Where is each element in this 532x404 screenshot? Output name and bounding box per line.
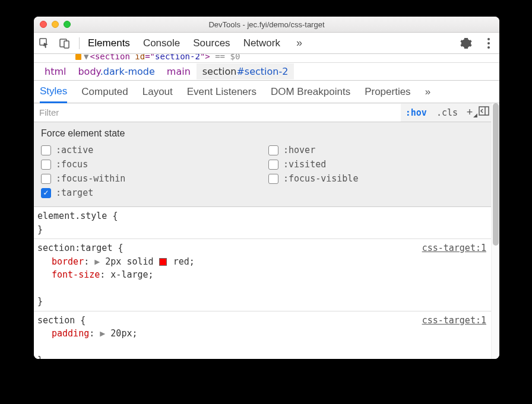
checkbox-icon xyxy=(268,160,278,170)
breadcrumb-html[interactable]: html xyxy=(39,63,72,79)
minimize-window-button[interactable] xyxy=(52,21,59,28)
rule-source-link[interactable]: css-target:1 xyxy=(422,241,486,255)
main-toolbar: Elements Console Sources Network » xyxy=(34,33,499,54)
close-window-button[interactable] xyxy=(40,21,47,28)
more-subtabs-icon[interactable]: » xyxy=(425,86,430,98)
styles-filter-input[interactable] xyxy=(34,104,401,122)
vertical-scrollbar[interactable] xyxy=(491,103,499,359)
style-rule[interactable]: css-target:1section {padding: ▶ 20px;} xyxy=(34,311,491,360)
subtab-properties[interactable]: Properties xyxy=(365,82,410,102)
css-value[interactable]: 2px solid xyxy=(105,256,159,267)
checkbox-label: :active xyxy=(56,145,93,155)
subtab-layout[interactable]: Layout xyxy=(142,82,173,102)
svg-point-4 xyxy=(487,42,490,44)
style-rule[interactable]: css-target:1section:target {border: ▶ 2p… xyxy=(34,239,491,311)
checkbox-icon xyxy=(268,174,278,184)
rule-selector[interactable]: section xyxy=(37,315,75,326)
kebab-menu-icon[interactable] xyxy=(483,37,495,49)
svg-rect-2 xyxy=(64,41,69,48)
subtab-event-listeners[interactable]: Event Listeners xyxy=(187,82,256,102)
force-state-focus-within[interactable]: :focus-within xyxy=(41,173,256,184)
force-element-state-panel: Force element state :active:hover:focus:… xyxy=(34,122,491,207)
force-state-active[interactable]: :active xyxy=(41,145,256,155)
breadcrumb: html body.dark-mode main section#section… xyxy=(34,63,499,81)
css-value[interactable]: x-large xyxy=(110,269,148,280)
force-state-hover[interactable]: :hover xyxy=(268,145,484,155)
force-state-visited[interactable]: :visited xyxy=(268,159,484,170)
checkbox-icon xyxy=(268,145,278,155)
more-tabs-icon[interactable]: » xyxy=(293,37,305,49)
window-controls xyxy=(40,21,71,28)
force-state-title: Force element state xyxy=(41,128,484,139)
inspect-element-icon[interactable] xyxy=(39,37,50,49)
subtab-computed[interactable]: Computed xyxy=(81,82,128,102)
checkbox-label: :focus xyxy=(56,159,88,170)
css-property[interactable]: border xyxy=(52,256,84,267)
style-rule[interactable]: element.style {} xyxy=(34,207,491,239)
subtab-dom-breakpoints[interactable]: DOM Breakpoints xyxy=(271,82,350,102)
css-value[interactable]: red xyxy=(173,256,189,267)
maximize-window-button[interactable] xyxy=(64,21,71,28)
rule-source-link[interactable]: css-target:1 xyxy=(422,314,486,327)
tab-network[interactable]: Network xyxy=(243,37,280,49)
computed-sidebar-toggle-icon[interactable] xyxy=(477,106,491,119)
styles-panel: :hov .cls +◢ Force element state :active… xyxy=(34,103,491,359)
tab-console[interactable]: Console xyxy=(143,37,180,49)
checkbox-icon xyxy=(41,174,51,184)
rule-selector[interactable]: section:target xyxy=(37,243,112,253)
checkbox-icon xyxy=(41,160,51,170)
svg-point-5 xyxy=(487,46,490,49)
new-style-rule-icon[interactable]: +◢ xyxy=(463,106,477,119)
checkbox-label: :hover xyxy=(283,145,315,155)
rule-selector[interactable]: element.style xyxy=(37,211,107,221)
toggle-cls-button[interactable]: .cls xyxy=(432,107,463,118)
window-titlebar: DevTools - jec.fyi/demo/css-target xyxy=(34,17,499,33)
force-state-target[interactable]: :target xyxy=(41,187,256,198)
tab-elements[interactable]: Elements xyxy=(88,37,130,49)
style-declaration[interactable]: padding: ▶ 20px; xyxy=(37,327,486,341)
main-tabs: Elements Console Sources Network » xyxy=(88,37,452,49)
devtools-window: DevTools - jec.fyi/demo/css-target Eleme… xyxy=(34,17,499,359)
subtab-styles[interactable]: Styles xyxy=(40,81,67,103)
breadcrumb-main[interactable]: main xyxy=(161,63,197,79)
svg-point-3 xyxy=(487,38,490,40)
window-title: DevTools - jec.fyi/demo/css-target xyxy=(34,20,499,29)
style-declaration[interactable]: font-size: x-large; xyxy=(37,268,486,282)
scrollbar-thumb[interactable] xyxy=(493,103,499,246)
checkbox-label: :focus-within xyxy=(56,173,125,184)
expand-shorthand-icon[interactable]: ▶ xyxy=(94,256,100,267)
expand-shorthand-icon[interactable]: ▶ xyxy=(100,328,105,339)
dom-tree-snippet[interactable]: ▼<section id="section-2"> == $0 xyxy=(34,54,499,63)
checkbox-label: :target xyxy=(56,187,93,198)
tab-sources[interactable]: Sources xyxy=(193,37,230,49)
force-state-focus[interactable]: :focus xyxy=(41,159,256,170)
checkbox-icon xyxy=(41,188,51,198)
breadcrumb-section[interactable]: section#section-2 xyxy=(197,63,294,79)
css-value[interactable]: 20px xyxy=(110,328,132,339)
styles-filter-bar: :hov .cls +◢ xyxy=(34,103,491,122)
checkbox-label: :focus-visible xyxy=(283,173,358,184)
settings-gear-icon[interactable] xyxy=(460,37,472,49)
css-property[interactable]: font-size xyxy=(52,269,100,280)
checkbox-label: :visited xyxy=(283,159,326,170)
toggle-hov-button[interactable]: :hov xyxy=(401,107,432,118)
color-swatch-icon[interactable] xyxy=(159,258,167,266)
device-toolbar-icon[interactable] xyxy=(59,37,71,49)
checkbox-icon xyxy=(41,145,51,155)
style-declaration[interactable]: border: ▶ 2px solid red; xyxy=(37,255,486,269)
breadcrumb-body[interactable]: body.dark-mode xyxy=(72,63,160,79)
css-property[interactable]: padding xyxy=(52,328,89,339)
sidebar-tabs: Styles Computed Layout Event Listeners D… xyxy=(34,81,499,103)
force-state-focus-visible[interactable]: :focus-visible xyxy=(268,173,484,184)
